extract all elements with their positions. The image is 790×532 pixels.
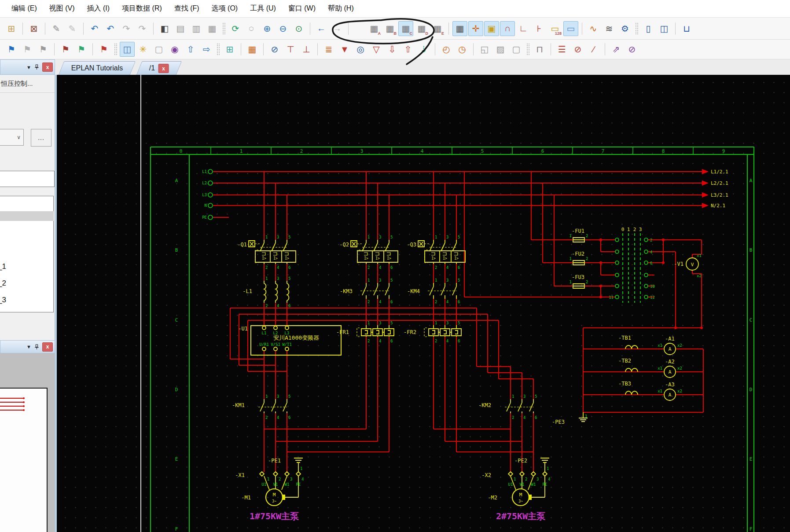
back-icon[interactable]: ← [314,21,329,36]
symbol-table-icon[interactable]: ▦ [245,42,260,57]
tab-close-button[interactable]: x [159,64,169,73]
filter-dropdown[interactable]: ∨ [0,129,24,146]
new-page-icon[interactable]: ✳ [136,42,151,57]
snap-magnet-button[interactable]: ∩ [500,21,515,36]
delete-selection-icon[interactable]: ⊠ [26,21,41,36]
cable-icon[interactable]: ▽ [369,42,384,57]
gauge-a-icon[interactable]: ◴ [439,42,454,57]
panel-close-button[interactable]: x [42,62,53,72]
list-item[interactable]: _3 [0,296,6,305]
workspace-icon[interactable]: ◧ [157,21,172,36]
place-symbol-icon[interactable]: ⊘ [267,42,282,57]
device-connect-icon[interactable]: ◎ [353,42,368,57]
export-page-icon[interactable]: ⇨ [199,42,214,57]
menu-project-data[interactable]: 项目数据 (R) [116,2,168,15]
redo-list-icon[interactable]: ↷ [135,21,150,36]
menu-view[interactable]: 视图 (V) [43,2,81,15]
page-tree[interactable]: _1_2_3 [0,196,54,312]
page-check-icon[interactable]: ▥ [189,21,204,36]
grid-b-button[interactable]: ▦B [382,21,397,36]
grid-e-button[interactable]: ▦E [430,21,445,36]
forward-icon[interactable]: → [330,21,345,36]
menu-edit[interactable]: 编辑 (E) [5,2,43,15]
redo-icon[interactable]: ↷ [119,21,134,36]
page-navigator-button[interactable]: ◫ [120,42,135,57]
connections-icon[interactable]: ⚙ [617,21,632,36]
window-layout-icon[interactable]: ▤ [173,21,188,36]
menu-find[interactable]: 查找 (F) [168,2,206,15]
angle-icon[interactable]: ⇗ [609,42,624,57]
flag-off-icon[interactable]: ⚑ [20,42,35,57]
connection-symbol-button[interactable]: ⊦ [532,21,547,36]
snap-grid-button[interactable]: ✛ [468,21,483,36]
import-page-icon[interactable]: ⇧ [183,42,198,57]
terminal-strip-icon[interactable]: ▼ [337,42,352,57]
search-input[interactable] [0,171,55,187]
menu-help[interactable]: 帮助 (H) [322,2,360,15]
tab-project[interactable]: EPLAN Tutorials [59,61,136,75]
flag-cancel-icon[interactable]: ⚑ [96,42,111,57]
phase-icon[interactable]: ⊘ [570,42,585,57]
gauge-b-icon[interactable]: ◷ [455,42,470,57]
text-size-button[interactable]: ▭128 [547,21,562,36]
terminals-icon[interactable]: ≣ [321,42,336,57]
topology-icon[interactable]: ◫ [657,21,672,36]
undo-list-icon[interactable]: ↶ [103,21,118,36]
stamp-icon[interactable]: ⊓ [532,42,547,57]
selected-row[interactable] [0,211,54,221]
window-macro-icon[interactable]: ⊞ [222,42,237,57]
design-mode-button[interactable]: ▣ [484,21,499,36]
slash-icon[interactable]: ∕ [586,42,601,57]
insert-down-icon[interactable]: ⇩ [385,42,400,57]
input-box-button[interactable]: ▭ [563,21,578,36]
zoom-100-icon[interactable]: ⊙ [291,21,306,36]
flag-go-icon[interactable]: ⚑ [74,42,89,57]
table-icon[interactable]: ▦ [205,21,220,36]
circle-tool-icon[interactable]: ⊘ [625,42,639,57]
grid-display-button[interactable]: ▦ [452,21,467,36]
potential-icon[interactable]: ⇣ [416,42,431,57]
paste-icon[interactable]: ⊞ [4,21,19,36]
grid-c-button[interactable]: ▦C [398,21,413,36]
page-macro-icon[interactable]: ◉ [167,42,182,57]
device-icon[interactable]: ▯ [641,21,656,36]
insert-up-icon[interactable]: ⇧ [401,42,415,57]
panel-close-button[interactable]: x [42,342,53,352]
format-painter-icon[interactable]: ✎ [49,21,64,36]
multi-line-icon[interactable]: ☰ [555,42,570,57]
zoom-out-icon[interactable]: ⊖ [276,21,290,36]
place-top-icon[interactable]: ⊤ [283,42,298,57]
broadcast-icon[interactable]: ≋ [602,21,617,36]
zoom-window-icon[interactable]: ◌ [244,21,259,36]
schematic-canvas[interactable]: 01 23 45 67 89 AB CD EF AB CD EF [55,75,790,532]
panel-menu-caret-icon[interactable]: ▼ [26,65,31,70]
partial-page-icon[interactable]: ◱ [477,42,492,57]
zoom-in-icon[interactable]: ⊕ [260,21,275,36]
page-properties-icon[interactable]: ▢ [151,42,166,57]
pin-icon[interactable] [34,64,40,70]
tab-page-1[interactable]: /1 x [136,61,182,75]
menu-tools[interactable]: 工具 (U) [244,2,282,15]
move-base-point-button[interactable]: ∟ [516,21,531,36]
refresh-icon[interactable]: ⟳ [228,21,243,36]
list-item[interactable]: _1 [0,262,6,271]
undo-icon[interactable]: ↶ [87,21,102,36]
place-bottom-icon[interactable]: ⊥ [299,42,314,57]
menu-insert[interactable]: 插入 (I) [81,2,116,15]
signal-line-icon[interactable]: ∿ [586,21,601,36]
panel-menu-caret-icon[interactable]: ▼ [26,344,31,349]
parts-icon[interactable]: ⊔ [679,21,694,36]
pin-icon[interactable] [34,344,40,350]
grid-a-button[interactable]: ▦A [367,21,382,36]
list-item[interactable]: _2 [0,279,6,288]
preview-page-thumbnail[interactable]: 第2页 [0,388,48,532]
flag-book-icon[interactable]: ⚑ [58,42,73,57]
menu-window[interactable]: 窗口 (W) [282,2,322,15]
flag-next-icon[interactable]: ⚑ [36,42,51,57]
format-copy-icon[interactable]: ✎ [65,21,80,36]
menu-options[interactable]: 选项 (O) [206,2,244,15]
hatch-icon[interactable]: ▨ [493,42,508,57]
browse-button[interactable]: ... [31,129,51,147]
region-icon[interactable]: ▢ [509,42,524,57]
flag-check-icon[interactable]: ⚑ [4,42,19,57]
